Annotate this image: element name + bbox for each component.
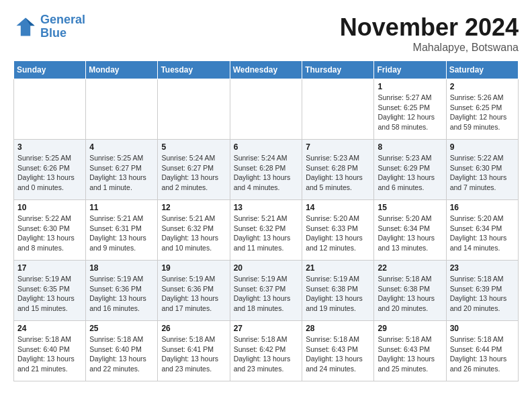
day-info: Sunrise: 5:24 AM Sunset: 6:27 PM Dayligh… [161,153,226,193]
day-info: Sunrise: 5:18 AM Sunset: 6:44 PM Dayligh… [450,334,515,374]
day-number: 30 [450,324,515,333]
day-number: 29 [378,324,442,333]
calendar-cell: 28Sunrise: 5:18 AM Sunset: 6:43 PM Dayli… [302,321,374,381]
day-info: Sunrise: 5:18 AM Sunset: 6:41 PM Dayligh… [161,334,226,374]
day-info: Sunrise: 5:21 AM Sunset: 6:32 PM Dayligh… [234,214,299,253]
calendar-cell [14,79,86,140]
weekday-header: Tuesday [158,61,230,79]
calendar-cell [230,79,302,140]
day-info: Sunrise: 5:19 AM Sunset: 6:37 PM Dayligh… [234,274,299,314]
calendar-cell: 19Sunrise: 5:19 AM Sunset: 6:36 PM Dayli… [158,261,230,321]
day-info: Sunrise: 5:19 AM Sunset: 6:38 PM Dayligh… [306,274,370,314]
day-number: 19 [161,263,226,273]
calendar-week-row: 10Sunrise: 5:22 AM Sunset: 6:30 PM Dayli… [14,200,519,261]
day-info: Sunrise: 5:19 AM Sunset: 6:36 PM Dayligh… [161,274,226,314]
day-number: 4 [89,142,154,152]
day-info: Sunrise: 5:25 AM Sunset: 6:27 PM Dayligh… [89,153,154,193]
day-number: 14 [306,203,370,212]
day-number: 21 [306,263,370,273]
calendar-cell: 27Sunrise: 5:18 AM Sunset: 6:42 PM Dayli… [230,321,302,381]
calendar-week-row: 17Sunrise: 5:19 AM Sunset: 6:35 PM Dayli… [14,261,519,321]
calendar-cell: 4Sunrise: 5:25 AM Sunset: 6:27 PM Daylig… [86,140,158,200]
calendar-cell: 22Sunrise: 5:18 AM Sunset: 6:38 PM Dayli… [374,261,446,321]
day-number: 5 [161,142,226,152]
day-info: Sunrise: 5:21 AM Sunset: 6:31 PM Dayligh… [89,214,154,253]
day-number: 7 [306,142,370,152]
day-info: Sunrise: 5:25 AM Sunset: 6:26 PM Dayligh… [17,153,82,193]
calendar-cell: 11Sunrise: 5:21 AM Sunset: 6:31 PM Dayli… [86,200,158,261]
calendar-cell: 7Sunrise: 5:23 AM Sunset: 6:28 PM Daylig… [302,140,374,200]
calendar-week-row: 24Sunrise: 5:18 AM Sunset: 6:40 PM Dayli… [14,321,519,381]
calendar-cell: 12Sunrise: 5:21 AM Sunset: 6:32 PM Dayli… [158,200,230,261]
day-info: Sunrise: 5:20 AM Sunset: 6:34 PM Dayligh… [450,214,515,253]
day-number: 12 [161,203,226,212]
day-number: 26 [161,324,226,333]
day-number: 3 [17,142,82,152]
calendar-cell: 1Sunrise: 5:27 AM Sunset: 6:25 PM Daylig… [374,79,446,140]
day-number: 17 [17,263,82,273]
day-number: 1 [378,82,442,91]
calendar-cell: 10Sunrise: 5:22 AM Sunset: 6:30 PM Dayli… [14,200,86,261]
day-number: 27 [234,324,299,333]
day-info: Sunrise: 5:19 AM Sunset: 6:35 PM Dayligh… [17,274,82,314]
calendar-table: SundayMondayTuesdayWednesdayThursdayFrid… [13,60,519,381]
day-info: Sunrise: 5:23 AM Sunset: 6:28 PM Dayligh… [306,153,370,193]
day-info: Sunrise: 5:18 AM Sunset: 6:43 PM Dayligh… [378,334,442,374]
day-number: 20 [234,263,299,273]
day-info: Sunrise: 5:20 AM Sunset: 6:33 PM Dayligh… [306,214,370,253]
title-block: November 2024 Mahalapye, Botswana [340,13,519,54]
calendar-week-row: 3Sunrise: 5:25 AM Sunset: 6:26 PM Daylig… [14,140,519,200]
day-number: 22 [378,263,442,273]
weekday-header: Wednesday [230,61,302,79]
weekday-header-row: SundayMondayTuesdayWednesdayThursdayFrid… [14,61,519,79]
calendar-cell: 8Sunrise: 5:23 AM Sunset: 6:29 PM Daylig… [374,140,446,200]
page-header: General Blue November 2024 Mahalapye, Bo… [13,13,519,54]
day-info: Sunrise: 5:26 AM Sunset: 6:25 PM Dayligh… [450,93,515,132]
day-number: 2 [450,82,515,91]
calendar-cell: 16Sunrise: 5:20 AM Sunset: 6:34 PM Dayli… [446,200,518,261]
calendar-cell: 5Sunrise: 5:24 AM Sunset: 6:27 PM Daylig… [158,140,230,200]
calendar-cell: 26Sunrise: 5:18 AM Sunset: 6:41 PM Dayli… [158,321,230,381]
day-info: Sunrise: 5:20 AM Sunset: 6:34 PM Dayligh… [378,214,442,253]
day-number: 25 [89,324,154,333]
day-number: 24 [17,324,82,333]
logo-icon [13,15,38,39]
location: Mahalapye, Botswana [340,42,519,54]
day-number: 6 [234,142,299,152]
calendar-cell: 25Sunrise: 5:18 AM Sunset: 6:40 PM Dayli… [86,321,158,381]
weekday-header: Sunday [14,61,86,79]
day-number: 28 [306,324,370,333]
svg-marker-0 [17,17,35,36]
weekday-header: Monday [86,61,158,79]
calendar-cell: 13Sunrise: 5:21 AM Sunset: 6:32 PM Dayli… [230,200,302,261]
calendar-cell [302,79,374,140]
day-info: Sunrise: 5:18 AM Sunset: 6:42 PM Dayligh… [234,334,299,374]
day-info: Sunrise: 5:18 AM Sunset: 6:43 PM Dayligh… [306,334,370,374]
calendar-cell [158,79,230,140]
weekday-header: Friday [374,61,446,79]
calendar-cell: 17Sunrise: 5:19 AM Sunset: 6:35 PM Dayli… [14,261,86,321]
calendar-cell: 30Sunrise: 5:18 AM Sunset: 6:44 PM Dayli… [446,321,518,381]
day-info: Sunrise: 5:23 AM Sunset: 6:29 PM Dayligh… [378,153,442,193]
day-info: Sunrise: 5:18 AM Sunset: 6:40 PM Dayligh… [89,334,154,374]
day-number: 18 [89,263,154,273]
calendar-cell: 23Sunrise: 5:18 AM Sunset: 6:39 PM Dayli… [446,261,518,321]
day-number: 23 [450,263,515,273]
calendar-cell: 15Sunrise: 5:20 AM Sunset: 6:34 PM Dayli… [374,200,446,261]
day-number: 15 [378,203,442,212]
day-number: 9 [450,142,515,152]
calendar-cell: 24Sunrise: 5:18 AM Sunset: 6:40 PM Dayli… [14,321,86,381]
calendar-cell: 2Sunrise: 5:26 AM Sunset: 6:25 PM Daylig… [446,79,518,140]
calendar-cell: 3Sunrise: 5:25 AM Sunset: 6:26 PM Daylig… [14,140,86,200]
day-info: Sunrise: 5:18 AM Sunset: 6:39 PM Dayligh… [450,274,515,314]
calendar-cell: 29Sunrise: 5:18 AM Sunset: 6:43 PM Dayli… [374,321,446,381]
day-number: 11 [89,203,154,212]
calendar-cell: 20Sunrise: 5:19 AM Sunset: 6:37 PM Dayli… [230,261,302,321]
logo: General Blue [13,13,85,40]
calendar-cell: 9Sunrise: 5:22 AM Sunset: 6:30 PM Daylig… [446,140,518,200]
day-info: Sunrise: 5:18 AM Sunset: 6:40 PM Dayligh… [17,334,82,374]
day-number: 8 [378,142,442,152]
month-title: November 2024 [340,13,519,42]
logo-text: General Blue [40,13,85,40]
weekday-header: Saturday [446,61,518,79]
